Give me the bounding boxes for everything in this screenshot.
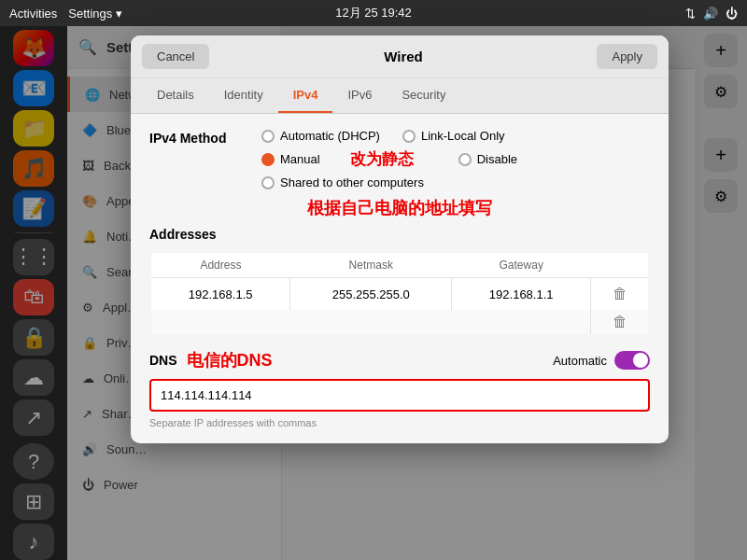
dns-section-title: DNS	[149, 353, 177, 368]
modal-overlay: Cancel Wired Apply Details Identity IPv4	[0, 26, 747, 560]
col-gateway: Gateway	[452, 252, 591, 278]
netmask-value[interactable]: 255.255.255.0	[290, 278, 452, 311]
ipv4-method-title: IPv4 Method	[149, 131, 261, 146]
datetime-label: 12月 25 19:42	[335, 6, 412, 20]
tab-ipv6[interactable]: IPv6	[332, 78, 387, 113]
addresses-section: Addresses Address Netmask Gateway	[149, 227, 650, 336]
addresses-table: Address Netmask Gateway 192.168.1.5 255.…	[149, 251, 650, 336]
volume-icon: 🔊	[703, 7, 718, 21]
dns-section: DNS 电信的DNS Automatic 114.114.114.114	[149, 349, 650, 428]
address-value[interactable]: 192.168.1.5	[150, 278, 290, 311]
modal-title: Wired	[209, 49, 597, 64]
col-address: Address	[150, 252, 290, 278]
app-container: 🦊 📧 📁 🎵 📝 ⋮⋮ 🛍 🔒 ☁ ↗ ? ⊞ ♪ 🔍 Settings ☰ …	[0, 26, 747, 560]
addresses-annotation: 根据自己电脑的地址填写	[149, 193, 650, 227]
dns-input[interactable]: 114.114.114.114	[149, 379, 650, 412]
radio-disable-label: Disable	[477, 152, 517, 166]
network-area: Network Cancel Wired Apply Details	[282, 26, 695, 560]
add-address-row: 🗑	[150, 310, 649, 335]
modal-body: IPv4 Method Automatic (DHCP) Link-Local …	[131, 114, 669, 443]
dns-header: DNS 电信的DNS Automatic	[149, 349, 650, 371]
modal-header: Cancel Wired Apply	[131, 35, 669, 78]
activities-label[interactable]: Activities	[9, 7, 57, 21]
radio-automatic-label: Automatic (DHCP)	[280, 129, 380, 143]
tab-security[interactable]: Security	[387, 78, 460, 113]
radio-automatic-indicator	[261, 130, 275, 143]
system-bar: Activities Settings ▾ 12月 25 19:42 ⇅ 🔊 ⏻	[0, 0, 747, 26]
dns-auto: Automatic	[553, 351, 650, 370]
radio-shared-label: Shared to other computers	[280, 175, 424, 189]
dns-auto-label: Automatic	[553, 354, 607, 368]
radio-disable-indicator	[458, 153, 472, 166]
radio-shared-indicator	[261, 176, 275, 189]
apply-button[interactable]: Apply	[597, 44, 657, 69]
radio-manual[interactable]: Manual	[261, 148, 320, 170]
delete-row-btn[interactable]: 🗑	[591, 278, 649, 311]
settings-menu-label[interactable]: Settings ▾	[68, 7, 122, 21]
dns-automatic-toggle[interactable]	[614, 351, 650, 370]
radio-link-local-indicator	[402, 130, 416, 143]
radio-automatic-dhcp[interactable]: Automatic (DHCP)	[261, 129, 380, 143]
network-icon: ⇅	[685, 7, 696, 21]
radio-shared[interactable]: Shared to other computers	[261, 175, 424, 189]
table-row: 192.168.1.5 255.255.255.0 192.168.1.1 🗑	[150, 278, 649, 311]
modal-tabs: Details Identity IPv4 IPv6 Security	[131, 78, 669, 114]
radio-manual-indicator	[261, 153, 275, 166]
gateway-value[interactable]: 192.168.1.1	[452, 278, 591, 311]
radio-manual-label: Manual	[280, 152, 320, 166]
add-address-btn[interactable]: 🗑	[591, 310, 649, 335]
radio-link-local[interactable]: Link-Local Only	[402, 129, 505, 143]
cancel-button[interactable]: Cancel	[142, 44, 209, 69]
col-netmask: Netmask	[290, 252, 452, 278]
manual-annotation: 改为静态	[350, 148, 414, 170]
wired-dialog: Cancel Wired Apply Details Identity IPv4	[131, 35, 669, 443]
dns-hint: Separate IP addresses with commas	[149, 417, 650, 428]
tab-ipv4[interactable]: IPv4	[278, 78, 333, 113]
dns-annotation: 电信的DNS	[187, 349, 273, 371]
addresses-section-title: Addresses	[149, 227, 650, 242]
radio-disable[interactable]: Disable	[458, 148, 517, 170]
tab-identity[interactable]: Identity	[209, 78, 278, 113]
tab-details[interactable]: Details	[142, 78, 209, 113]
power-icon: ⏻	[726, 7, 738, 21]
radio-link-local-label: Link-Local Only	[421, 129, 505, 143]
